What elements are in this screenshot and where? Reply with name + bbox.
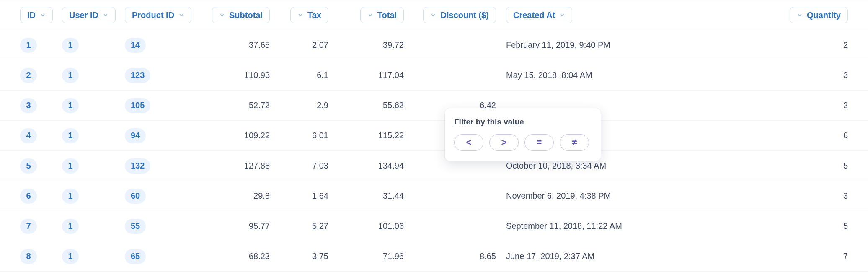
cell-tax[interactable]: 3.75 xyxy=(280,251,338,261)
chevron-down-icon xyxy=(103,12,108,18)
cell-subtotal[interactable]: 95.77 xyxy=(196,221,280,231)
cell-subtotal[interactable]: 52.72 xyxy=(196,101,280,110)
cell-tax[interactable]: 2.07 xyxy=(280,40,338,50)
chevron-down-icon xyxy=(40,12,46,18)
id-pill[interactable]: 5 xyxy=(20,158,37,174)
column-header-product-id[interactable]: Product ID xyxy=(125,7,191,23)
table-row: 51132127.887.03134.94October 10, 2018, 3… xyxy=(0,151,868,181)
column-label: Discount ($) xyxy=(440,10,489,20)
cell-total[interactable]: 55.62 xyxy=(338,101,414,110)
cell-created-at[interactable]: November 6, 2019, 4:38 PM xyxy=(506,191,665,201)
table-header-row: ID User ID Product ID Subtotal xyxy=(0,0,868,30)
chevron-down-icon xyxy=(367,12,373,18)
product-id-pill[interactable]: 132 xyxy=(125,158,150,174)
column-label: Product ID xyxy=(132,10,174,20)
cell-total[interactable]: 101.06 xyxy=(338,221,414,231)
column-label: User ID xyxy=(69,10,98,20)
cell-tax[interactable]: 6.01 xyxy=(280,131,338,140)
cell-total[interactable]: 31.44 xyxy=(338,191,414,201)
cell-quantity[interactable]: 3 xyxy=(665,191,848,201)
product-id-pill[interactable]: 65 xyxy=(125,249,146,264)
id-pill[interactable]: 8 xyxy=(20,249,37,264)
table-row: 21123110.936.1117.04May 15, 2018, 8:04 A… xyxy=(0,60,868,91)
cell-created-at[interactable]: September 11, 2018, 11:22 AM xyxy=(506,221,665,231)
chevron-down-icon xyxy=(219,12,225,18)
column-header-quantity[interactable]: Quantity xyxy=(790,7,848,23)
chevron-down-icon xyxy=(430,12,436,18)
filter-op-less-than[interactable]: < xyxy=(454,134,483,151)
product-id-pill[interactable]: 60 xyxy=(125,189,146,204)
cell-total[interactable]: 71.96 xyxy=(338,251,414,261)
cell-tax[interactable]: 5.27 xyxy=(280,221,338,231)
id-pill[interactable]: 1 xyxy=(20,38,37,53)
column-label: Total xyxy=(377,10,397,20)
user-id-pill[interactable]: 1 xyxy=(62,189,79,204)
cell-quantity[interactable]: 5 xyxy=(665,161,848,171)
column-label: Subtotal xyxy=(229,10,263,20)
cell-quantity[interactable]: 2 xyxy=(665,101,848,110)
cell-subtotal[interactable]: 110.93 xyxy=(196,70,280,80)
user-id-pill[interactable]: 1 xyxy=(62,128,79,143)
column-header-total[interactable]: Total xyxy=(360,7,404,23)
user-id-pill[interactable]: 1 xyxy=(62,219,79,234)
user-id-pill[interactable]: 1 xyxy=(62,38,79,53)
chevron-down-icon xyxy=(178,12,184,18)
column-header-created-at[interactable]: Created At xyxy=(506,7,572,23)
cell-created-at[interactable]: February 11, 2019, 9:40 PM xyxy=(506,40,665,50)
column-header-id[interactable]: ID xyxy=(20,7,53,23)
column-label: Tax xyxy=(307,10,321,20)
cell-subtotal[interactable]: 29.8 xyxy=(196,191,280,201)
filter-op-greater-than[interactable]: > xyxy=(489,134,519,151)
cell-total[interactable]: 39.72 xyxy=(338,40,414,50)
id-pill[interactable]: 2 xyxy=(20,68,37,83)
id-pill[interactable]: 7 xyxy=(20,219,37,234)
user-id-pill[interactable]: 1 xyxy=(62,98,79,113)
cell-quantity[interactable]: 2 xyxy=(665,40,848,50)
column-header-discount[interactable]: Discount ($) xyxy=(423,7,496,23)
cell-total[interactable]: 117.04 xyxy=(338,70,414,80)
id-pill[interactable]: 4 xyxy=(20,128,37,143)
column-label: ID xyxy=(27,10,36,20)
table-row: 816568.233.7571.968.65June 17, 2019, 2:3… xyxy=(0,241,868,272)
cell-created-at[interactable]: May 15, 2018, 8:04 AM xyxy=(506,70,665,80)
cell-tax[interactable]: 1.64 xyxy=(280,191,338,201)
cell-tax[interactable]: 2.9 xyxy=(280,101,338,110)
cell-quantity[interactable]: 6 xyxy=(665,131,848,140)
table-row: 616029.81.6431.44November 6, 2019, 4:38 … xyxy=(0,181,868,211)
cell-tax[interactable]: 6.1 xyxy=(280,70,338,80)
user-id-pill[interactable]: 1 xyxy=(62,158,79,174)
cell-tax[interactable]: 7.03 xyxy=(280,161,338,171)
column-header-tax[interactable]: Tax xyxy=(290,7,328,23)
product-id-pill[interactable]: 55 xyxy=(125,219,146,234)
table-row: 715595.775.27101.06September 11, 2018, 1… xyxy=(0,211,868,241)
cell-quantity[interactable]: 5 xyxy=(665,221,848,231)
product-id-pill[interactable]: 14 xyxy=(125,38,146,53)
cell-discount[interactable]: 8.65 xyxy=(414,251,506,261)
column-header-subtotal[interactable]: Subtotal xyxy=(212,7,270,23)
product-id-pill[interactable]: 123 xyxy=(125,68,150,83)
cell-subtotal[interactable]: 37.65 xyxy=(196,40,280,50)
filter-popover-title: Filter by this value xyxy=(454,117,592,127)
cell-quantity[interactable]: 3 xyxy=(665,70,848,80)
filter-op-not-equal[interactable]: ≠ xyxy=(560,134,589,151)
chevron-down-icon xyxy=(559,12,565,18)
filter-op-equal[interactable]: = xyxy=(524,134,554,151)
column-header-user-id[interactable]: User ID xyxy=(62,7,116,23)
id-pill[interactable]: 6 xyxy=(20,189,37,204)
table-body: 111437.652.0739.72February 11, 2019, 9:4… xyxy=(0,30,868,272)
cell-total[interactable]: 134.94 xyxy=(338,161,414,171)
column-label: Quantity xyxy=(807,10,841,20)
cell-subtotal[interactable]: 127.88 xyxy=(196,161,280,171)
cell-total[interactable]: 115.22 xyxy=(338,131,414,140)
cell-subtotal[interactable]: 68.23 xyxy=(196,251,280,261)
cell-created-at[interactable]: October 10, 2018, 3:34 AM xyxy=(506,161,665,171)
product-id-pill[interactable]: 105 xyxy=(125,98,150,113)
user-id-pill[interactable]: 1 xyxy=(62,68,79,83)
chevron-down-icon xyxy=(297,12,303,18)
cell-quantity[interactable]: 7 xyxy=(665,251,848,261)
product-id-pill[interactable]: 94 xyxy=(125,128,146,143)
user-id-pill[interactable]: 1 xyxy=(62,249,79,264)
cell-created-at[interactable]: June 17, 2019, 2:37 AM xyxy=(506,251,665,261)
id-pill[interactable]: 3 xyxy=(20,98,37,113)
cell-subtotal[interactable]: 109.22 xyxy=(196,131,280,140)
